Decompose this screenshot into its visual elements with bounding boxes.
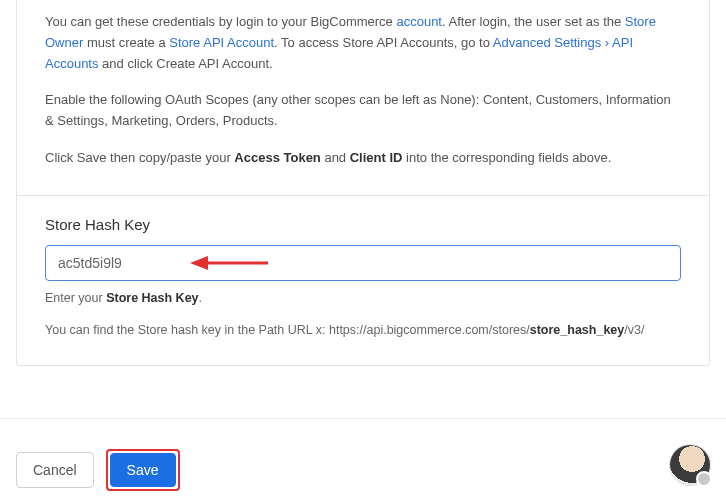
text: /v3/ [624, 323, 644, 337]
text: and click Create API Account. [98, 56, 272, 71]
client-id-label: Client ID [350, 150, 403, 165]
store-hash-key-helper: Enter your Store Hash Key. [45, 291, 681, 305]
store-hash-key-input[interactable] [45, 245, 681, 281]
text: You can get these credentials by login t… [45, 14, 396, 29]
text: into the corresponding fields above. [402, 150, 611, 165]
instructions-paragraph-2: Enable the following OAuth Scopes (any o… [45, 90, 681, 132]
text-bold: store_hash_key [530, 323, 625, 337]
text: and [321, 150, 350, 165]
text: must create a [83, 35, 169, 50]
text: Enter your [45, 291, 106, 305]
store-hash-key-location-help: You can find the Store hash key in the P… [45, 323, 681, 337]
store-hash-key-label: Store Hash Key [45, 216, 681, 233]
instructions-paragraph-3: Click Save then copy/paste your Access T… [45, 148, 681, 169]
footer-bar: Cancel Save [0, 418, 726, 500]
cancel-button[interactable]: Cancel [16, 452, 94, 488]
text: You can find the Store hash key in the P… [45, 323, 530, 337]
text-bold: Store Hash Key [106, 291, 198, 305]
separator [17, 195, 709, 196]
settings-card: You can get these credentials by login t… [16, 0, 710, 366]
input-container [45, 245, 681, 281]
text: . [199, 291, 202, 305]
text: . After login, the user set as the [442, 14, 625, 29]
save-button-highlight: Save [106, 449, 180, 491]
text: . To access Store API Accounts, go to [274, 35, 493, 50]
text: Click Save then copy/paste your [45, 150, 234, 165]
instructions-paragraph-1: You can get these credentials by login t… [45, 12, 681, 74]
avatar[interactable] [670, 445, 710, 485]
access-token-label: Access Token [234, 150, 320, 165]
store-api-account-link[interactable]: Store API Account [169, 35, 274, 50]
account-link[interactable]: account [396, 14, 442, 29]
save-button[interactable]: Save [110, 453, 176, 487]
